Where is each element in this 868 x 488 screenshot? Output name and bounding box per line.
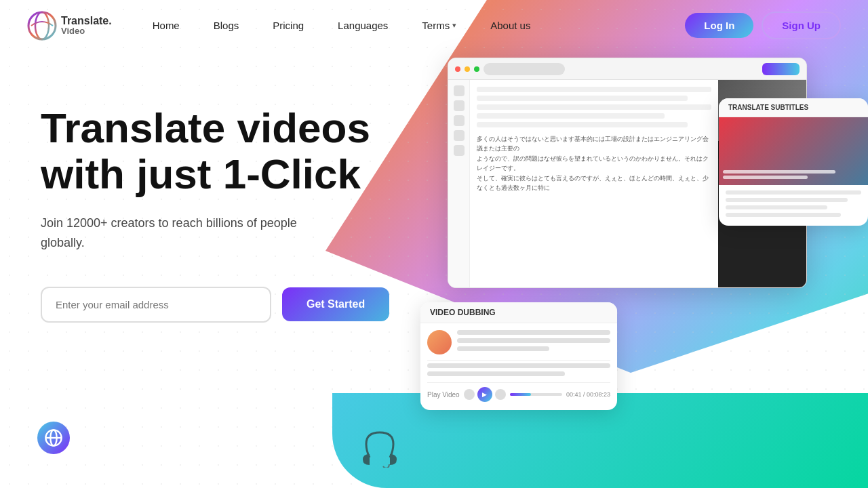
nav-links: Home Blogs Pricing Languages Terms ▾ Abo… <box>153 20 686 32</box>
text-line-3 <box>477 104 711 110</box>
navbar: Translate. Video Home Blogs Pricing Lang… <box>0 0 868 51</box>
sub-line-1 <box>427 363 610 368</box>
dubbing-card-body: Play Video ▶ 00:41 / 00:08:23 <box>420 323 617 410</box>
time-display: 00:41 / 00:08:23 <box>566 391 610 398</box>
hero-title: Translate videos with just 1-Click <box>41 105 393 197</box>
login-button[interactable]: Log In <box>685 13 753 38</box>
dubbing-lines-1 <box>457 330 610 354</box>
editor-text-area: 多くの人はそうではないと思います基本的には工場の設計またはエンジニアリング会議ま… <box>470 80 718 287</box>
get-started-button[interactable]: Get Started <box>282 287 389 321</box>
email-input[interactable] <box>41 287 271 323</box>
subtitles-card-header: TRANSLATE SUBTITLES <box>719 98 868 117</box>
sidebar-item-3 <box>454 115 465 126</box>
chevron-down-icon: ▾ <box>452 21 456 30</box>
editor-toolbar <box>448 58 806 80</box>
nav-pricing[interactable]: Pricing <box>273 20 304 31</box>
nav-languages[interactable]: Languages <box>338 20 388 31</box>
headphone-icon <box>359 427 400 468</box>
signup-button[interactable]: Sign Up <box>762 12 841 39</box>
nav-actions: Log In Sign Up <box>685 12 841 39</box>
language-globe-button[interactable] <box>37 422 70 454</box>
logo-name-line1: Translate. <box>61 15 112 27</box>
editor-sidebar <box>448 80 470 287</box>
globe-icon <box>44 428 63 447</box>
subtitle-overlay <box>723 170 864 181</box>
email-input-wrapper <box>41 287 271 323</box>
close-dot <box>455 66 460 72</box>
logo[interactable]: Translate. Video <box>27 11 112 41</box>
dubbing-card-header: VIDEO DUBBING <box>420 302 617 323</box>
avatar-1 <box>427 330 452 354</box>
progress-bar <box>510 393 562 396</box>
nav-about[interactable]: About us <box>490 20 530 31</box>
nav-blogs[interactable]: Blogs <box>214 20 239 31</box>
nav-home[interactable]: Home <box>153 20 180 31</box>
screenshots-area: 多くの人はそうではないと思います基本的には工場の設計またはエンジニアリング会議ま… <box>393 58 868 478</box>
prev-btn <box>464 389 475 400</box>
logo-icon <box>27 11 57 41</box>
svg-point-1 <box>35 12 49 39</box>
min-dot <box>465 66 470 72</box>
sidebar-item-4 <box>454 130 465 141</box>
logo-name-line2: Video <box>61 26 112 36</box>
nav-terms[interactable]: Terms ▾ <box>422 20 456 31</box>
hero-cta: Get Started <box>41 287 393 323</box>
svg-point-0 <box>28 12 56 39</box>
play-pause-btn[interactable]: ▶ <box>477 387 492 402</box>
sub-line-2 <box>427 371 565 376</box>
subtitle-video-thumb <box>719 117 868 185</box>
dubbing-controls: Play Video ▶ 00:41 / 00:08:23 <box>427 382 610 403</box>
max-dot <box>474 66 479 72</box>
hero-left: Translate videos with just 1-Click Join … <box>41 92 393 336</box>
sidebar-item-5 <box>454 145 465 156</box>
play-video-label: Play Video <box>427 391 460 399</box>
text-line-4 <box>477 113 665 119</box>
sidebar-item-1 <box>454 85 465 96</box>
next-btn <box>495 389 506 400</box>
dubbing-row-1 <box>427 330 610 354</box>
translate-subtitles-card: TRANSLATE SUBTITLES <box>719 98 868 226</box>
video-dubbing-card: VIDEO DUBBING Play Video ▶ <box>420 302 617 410</box>
progress-fill <box>510 393 531 396</box>
hero-subtitle: Join 12000+ creators to reach billions o… <box>41 214 332 253</box>
text-line-2 <box>477 96 688 101</box>
text-line-5 <box>477 122 688 127</box>
headphone-svg <box>359 427 400 468</box>
import-button-mock <box>762 63 800 75</box>
subtitle-text-area <box>719 185 868 226</box>
text-line-1 <box>477 87 711 92</box>
japanese-text: 多くの人はそうではないと思います基本的には工場の設計またはエンジニアリング会議ま… <box>477 134 711 192</box>
url-bar <box>484 63 565 75</box>
sidebar-item-2 <box>454 100 465 111</box>
